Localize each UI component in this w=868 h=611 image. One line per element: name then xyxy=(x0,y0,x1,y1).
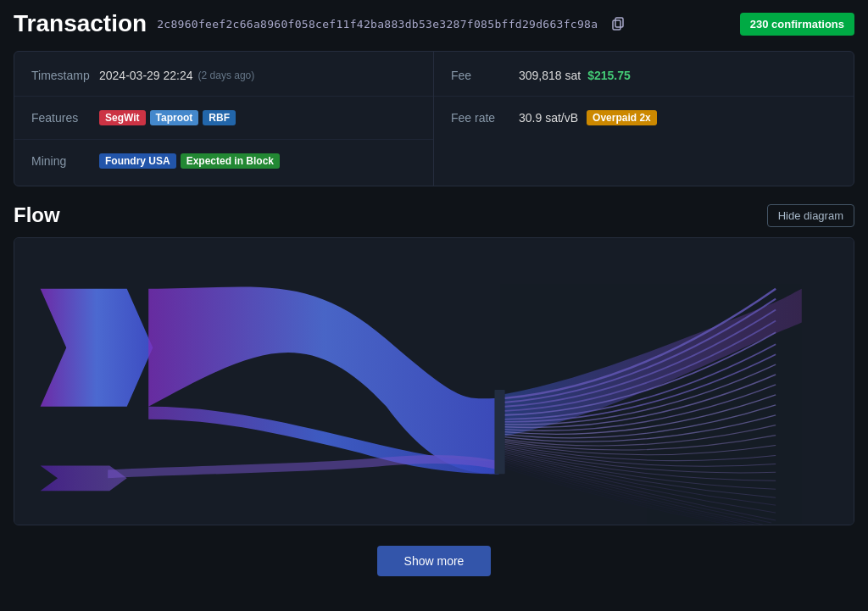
svg-rect-3 xyxy=(494,390,504,474)
info-right: Fee 309,818 sat $215.75 Fee rate 30.9 sa… xyxy=(434,52,854,186)
timestamp-ago: (2 days ago) xyxy=(198,69,255,81)
info-left: Timestamp 2024-03-29 22:24 (2 days ago) … xyxy=(14,52,434,186)
badge-segwit: SegWit xyxy=(99,110,146,125)
badge-rbf: RBF xyxy=(203,110,236,125)
flow-title: Flow xyxy=(14,203,60,227)
badge-expected: Expected in Block xyxy=(181,153,280,169)
page-header: Transaction 2c8960feef2c66a8960f058cef11… xyxy=(14,10,854,37)
svg-rect-0 xyxy=(615,18,623,27)
flow-header: Flow Hide diagram xyxy=(14,203,854,227)
confirmations-badge: 230 confirmations xyxy=(740,13,854,36)
flow-section: Flow Hide diagram xyxy=(14,203,854,580)
mining-row: Mining Foundry USA Expected in Block xyxy=(14,140,433,182)
mining-label: Mining xyxy=(31,154,99,168)
fee-row: Fee 309,818 sat $215.75 xyxy=(434,55,854,97)
timestamp-row: Timestamp 2024-03-29 22:24 (2 days ago) xyxy=(14,55,433,97)
timestamp-value: 2024-03-29 22:24 xyxy=(99,69,193,82)
fee-usd: $215.75 xyxy=(587,69,631,82)
page-title: Transaction xyxy=(14,10,147,37)
fee-value: 309,818 sat xyxy=(519,69,581,82)
header-left: Transaction 2c8960feef2c66a8960f058cef11… xyxy=(14,10,625,37)
flow-diagram xyxy=(14,237,854,525)
badge-foundry: Foundry USA xyxy=(99,153,176,169)
badge-taproot: Taproot xyxy=(150,110,199,125)
svg-rect-1 xyxy=(613,20,620,30)
hide-diagram-button[interactable]: Hide diagram xyxy=(767,204,854,227)
fee-label: Fee xyxy=(451,69,519,82)
fee-rate-value: 30.9 sat/vB xyxy=(519,111,578,125)
fee-rate-row: Fee rate 30.9 sat/vB Overpaid 2x xyxy=(434,97,854,139)
badge-overpaid: Overpaid 2x xyxy=(587,110,657,125)
tx-hash: 2c8960feef2c66a8960f058cef11f42ba883db53… xyxy=(157,18,598,31)
show-more-container: Show more xyxy=(14,539,854,580)
show-more-button[interactable]: Show more xyxy=(377,546,492,576)
features-row: Features SegWit Taproot RBF xyxy=(14,97,433,140)
fee-rate-label: Fee rate xyxy=(451,111,519,125)
timestamp-label: Timestamp xyxy=(31,69,99,82)
copy-icon[interactable] xyxy=(611,17,625,31)
features-label: Features xyxy=(31,111,99,125)
info-card: Timestamp 2024-03-29 22:24 (2 days ago) … xyxy=(14,51,854,186)
